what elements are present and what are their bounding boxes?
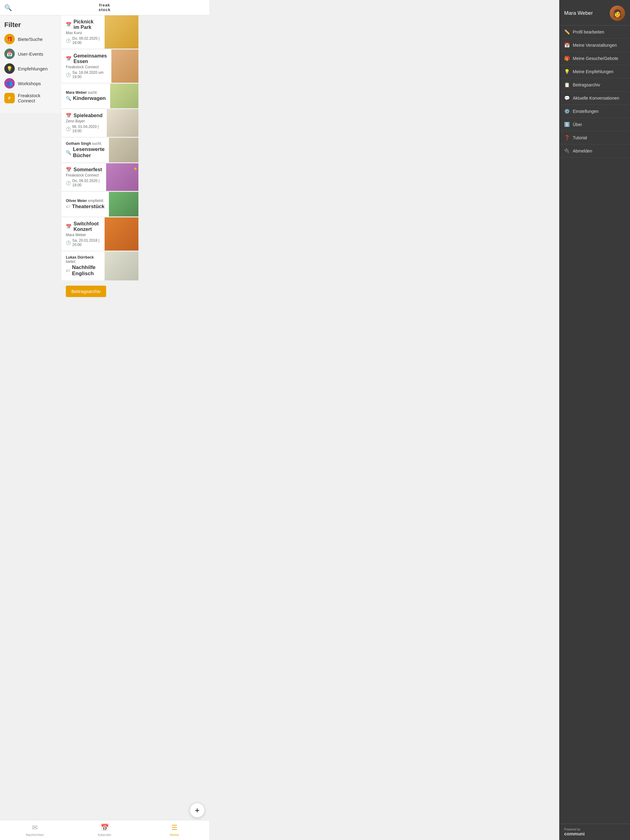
event-organizer: Mara Weber	[66, 233, 100, 237]
event-image	[107, 109, 138, 137]
starred-badge: ★	[133, 166, 138, 172]
app-logo: freak stock	[99, 3, 111, 12]
event-image: ★	[111, 49, 138, 83]
search-user: Gotham Singh	[66, 141, 91, 146]
feed-card-content: 📅 Gemeinsames Essen Freakstock Connect 🕐…	[62, 49, 111, 83]
event-title: Spieleabend	[73, 113, 103, 118]
event-title: Picknick im Park	[73, 19, 100, 30]
filter-item-workshops[interactable]: 👥 Workshops	[4, 78, 57, 88]
search-icon: 🔍	[66, 96, 71, 101]
feed-list: 📅 Picknick im Park Max Kunz 🕐 Do, 06.02.…	[62, 15, 138, 301]
fab-button[interactable]: +	[190, 802, 205, 818]
event-datetime: Sa, 20.01.2018 | 20:00	[72, 238, 100, 247]
feed-card-content: 📅 Picknick im Park Max Kunz 🕐 Do, 06.02.…	[62, 15, 104, 49]
feed-card-kinderwagen[interactable]: Mara Weber sucht: 🔍 Kinderwagen	[62, 84, 138, 108]
nav-item-home[interactable]: ☰ Home	[139, 822, 209, 838]
event-organizer: Freakstock Connect	[66, 65, 107, 69]
freakstock-icon: F	[4, 93, 15, 103]
nachrichten-icon: ✉	[32, 824, 38, 832]
event-datetime: Do, 06.02.2020 | 18:00	[72, 178, 102, 187]
feed-card-sommerfest[interactable]: 📅 Sommerfest Freakstock Connect 🕐 Do, 06…	[62, 163, 138, 191]
workshops-icon: 👥	[4, 78, 15, 88]
event-datetime: Sa, 18.04.2020 um 19:00	[72, 70, 107, 79]
event-image: ★	[106, 163, 138, 191]
archive-button[interactable]: Beitragsarchiv	[66, 286, 106, 297]
offer-image	[104, 251, 138, 280]
rec-user: Oliver Meier	[66, 199, 87, 203]
event-title: Switchfoot Konzert	[73, 221, 100, 232]
event-image	[104, 217, 138, 251]
event-organizer: Freakstock Connect	[66, 173, 102, 177]
nav-item-nachrichten[interactable]: ✉ Nachrichten	[0, 822, 70, 838]
rec-image	[109, 192, 138, 216]
tag-icon: 🏷	[66, 204, 70, 209]
feed-card-theater[interactable]: Oliver Meier empfiehlt: 🏷 Theaterstück	[62, 192, 138, 216]
kalender-icon: 📅	[101, 824, 109, 832]
event-title: Sommerfest	[73, 167, 102, 172]
event-organizer: Max Kunz	[66, 31, 100, 35]
nav-item-kalender[interactable]: 📅 Kalender	[70, 822, 140, 838]
time-icon: 🕐	[66, 240, 71, 245]
filter-sidebar: Filter 🎁 Biete/Suche 📅 User-Events 💡 Emp…	[0, 15, 62, 113]
tag-icon: 🏷	[66, 268, 70, 273]
bottom-navigation: ✉ Nachrichten 📅 Kalender ☰ Home	[0, 820, 209, 840]
filter-item-empfehlungen[interactable]: 💡 Empfehlungen	[4, 63, 57, 74]
time-icon: 🕐	[66, 181, 71, 185]
search-user: Mara Weber	[66, 90, 87, 95]
user-events-icon: 📅	[4, 49, 15, 59]
top-bar: 🔍 freak stock	[0, 0, 209, 15]
event-image	[104, 15, 138, 49]
filter-item-user-events[interactable]: 📅 User-Events	[4, 49, 57, 59]
feed-card-spieleabend[interactable]: 📅 Spieleabend Zeno Bayer 🕐 Mi, 01.04.202…	[62, 109, 138, 137]
feed-card-nachhilfe[interactable]: Lukas Dürrbeck bietet: 🏷 Nachhilfe Engli…	[62, 251, 138, 280]
search-label: Mara Weber sucht:	[66, 90, 106, 95]
feed-card-switchfoot[interactable]: 📅 Switchfoot Konzert Mara Weber 🕐 Sa, 20…	[62, 217, 138, 251]
search-image	[110, 84, 138, 108]
event-title: Gemeinsames Essen	[73, 53, 107, 64]
filter-title: Filter	[4, 21, 57, 29]
filter-label-biete: Biete/Suche	[18, 36, 43, 42]
time-icon: 🕐	[66, 73, 71, 77]
feed-card-books[interactable]: Gotham Singh sucht: 🔍 Lesenswerte Bücher	[62, 138, 138, 163]
search-icon: 🔍	[66, 150, 71, 155]
search-term: Kinderwagen	[73, 95, 106, 101]
feed-card-picknick[interactable]: 📅 Picknick im Park Max Kunz 🕐 Do, 06.02.…	[62, 15, 138, 49]
home-icon: ☰	[171, 824, 177, 832]
offer-user: Lukas Dürrbeck	[66, 255, 94, 259]
time-icon: 🕐	[66, 38, 71, 43]
nav-label-kalender: Kalender	[98, 833, 111, 837]
event-organizer: Zeno Bayer	[66, 119, 103, 123]
calendar-icon: 📅	[66, 167, 72, 172]
calendar-icon: 📅	[66, 56, 72, 62]
feed-card-essen[interactable]: 📅 Gemeinsames Essen Freakstock Connect 🕐…	[62, 49, 138, 83]
empfehlungen-icon: 💡	[4, 63, 15, 74]
biete-icon: 🎁	[4, 34, 15, 44]
time-icon: 🕐	[66, 127, 71, 131]
filter-item-biete[interactable]: 🎁 Biete/Suche	[4, 34, 57, 44]
calendar-icon: 📅	[66, 113, 72, 118]
filter-item-freakstock[interactable]: F Freakstock Connect	[4, 93, 57, 103]
event-type-row: 📅 Picknick im Park	[66, 19, 100, 30]
filter-label-freakstock: Freakstock Connect	[18, 93, 57, 103]
filter-label-user-events: User-Events	[18, 51, 43, 57]
offer-term: Nachhilfe Englisch	[72, 264, 100, 277]
nav-label-nachrichten: Nachrichten	[26, 833, 44, 837]
event-time-row: 🕐 Do, 06.02.2020 | 18:00	[66, 36, 100, 45]
nav-label-home: Home	[170, 833, 179, 837]
search-image	[109, 138, 138, 163]
rec-term: Theaterstück	[72, 204, 104, 210]
event-datetime: Do, 06.02.2020 | 18:00	[72, 36, 100, 45]
event-datetime: Mi, 01.04.2020 | 19:00	[72, 125, 103, 133]
filter-label-empfehlungen: Empfehlungen	[18, 66, 47, 71]
calendar-icon: 📅	[66, 224, 72, 229]
search-icon[interactable]: 🔍	[4, 4, 12, 11]
calendar-icon: 📅	[66, 22, 72, 27]
filter-label-workshops: Workshops	[18, 81, 41, 86]
search-term: Lesenswerte Bücher	[73, 146, 104, 159]
